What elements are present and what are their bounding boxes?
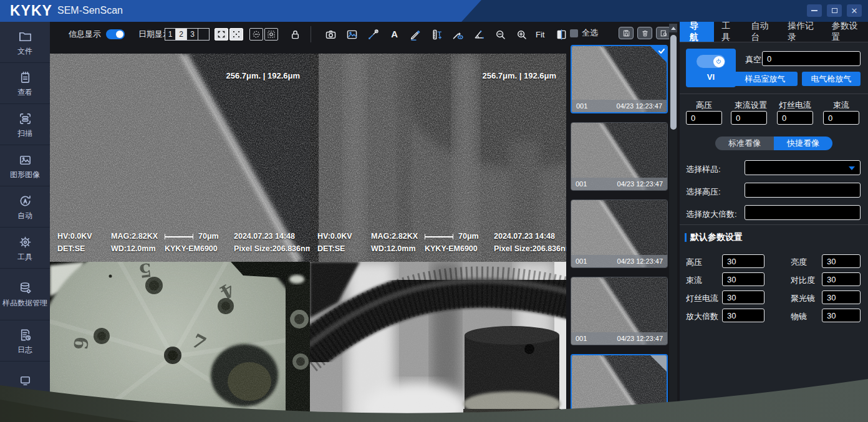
param-mag-input[interactable] bbox=[722, 309, 764, 322]
tab-auto-stage[interactable]: 自动台 bbox=[743, 22, 780, 42]
selection-circle-button[interactable] bbox=[249, 28, 263, 41]
vent-chamber-button[interactable]: 样品室放气 bbox=[733, 72, 798, 86]
sidebar-item-more[interactable] bbox=[0, 362, 50, 399]
save-images-button[interactable] bbox=[619, 27, 634, 39]
vi-vacuum-card[interactable]: VI bbox=[686, 49, 736, 87]
scale-bar bbox=[165, 234, 193, 239]
control-panel: 导航 工具 自动台 操作记录 参数设置 VI 真空度 样品室放气 电气枪放气 高… bbox=[680, 22, 868, 422]
select-sample-dropdown[interactable] bbox=[745, 160, 861, 175]
vent-gun-button[interactable]: 电气枪放气 bbox=[802, 72, 861, 86]
beam-input[interactable] bbox=[823, 111, 859, 125]
thumbnail-item-4[interactable]: 001 04/23 12:23:47 bbox=[571, 277, 668, 345]
param-objective-label: 物镜 bbox=[791, 311, 807, 322]
mag-readout: MAG:2.82KX bbox=[111, 232, 158, 241]
text-annotation-button[interactable]: A bbox=[386, 27, 402, 42]
section-accent-bar bbox=[685, 233, 687, 242]
fit-button[interactable]: Fit bbox=[536, 30, 544, 39]
app-title: SEM-SenScan bbox=[57, 5, 123, 16]
delete-images-button[interactable] bbox=[637, 27, 652, 39]
standard-imaging-button[interactable]: 标准看像 bbox=[715, 137, 774, 150]
selected-corner bbox=[650, 355, 667, 372]
selection-rect-button[interactable] bbox=[264, 28, 278, 41]
pen-annotation-button[interactable] bbox=[407, 27, 423, 42]
ruler-annotation-button[interactable] bbox=[428, 27, 445, 42]
thumbnail-timestamp: 04/23 12:23:47 bbox=[617, 335, 663, 342]
param-beam-input[interactable] bbox=[722, 272, 764, 286]
zoom-in-button[interactable] bbox=[513, 27, 529, 42]
device-readout: KYKY-EM6900 bbox=[165, 244, 218, 253]
thumbnail-item-2[interactable]: 001 04/23 12:23:47 bbox=[571, 122, 668, 191]
pixel-size-readout: Pixel Size:206.836nm bbox=[234, 244, 310, 253]
measure-visibility-button[interactable] bbox=[450, 27, 466, 42]
thumbnail-item-3[interactable]: 001 04/23 12:23:47 bbox=[571, 199, 668, 268]
filament-input[interactable] bbox=[777, 111, 813, 125]
sidebar-item-files[interactable]: 文件 bbox=[0, 22, 50, 63]
scroll-up-button[interactable] bbox=[669, 24, 677, 32]
tab-navigation[interactable]: 导航 bbox=[680, 22, 714, 42]
hv-readout: HV:0.0KV bbox=[57, 232, 92, 241]
tab-operation-log[interactable]: 操作记录 bbox=[780, 22, 824, 42]
stage-camera-viewport[interactable] bbox=[310, 262, 566, 422]
param-contrast-label: 对比度 bbox=[791, 275, 815, 286]
scan-icon bbox=[18, 112, 32, 126]
hv-input[interactable] bbox=[686, 111, 722, 125]
sidebar-item-view[interactable]: 查看 bbox=[0, 63, 50, 104]
param-brightness-input[interactable] bbox=[822, 254, 861, 268]
chamber-camera-viewport[interactable]: 5 4 6 7 bbox=[50, 262, 310, 422]
sidebar-item-auto[interactable]: 自动 bbox=[0, 186, 50, 228]
sidebar-item-scan[interactable]: 扫描 bbox=[0, 104, 50, 145]
param-condenser-input[interactable] bbox=[822, 290, 861, 304]
scale-bar bbox=[425, 234, 453, 239]
quadrant-button-1[interactable]: 1 bbox=[165, 28, 176, 41]
divider bbox=[680, 94, 868, 94]
database-icon bbox=[18, 281, 32, 295]
quadrant-button-4[interactable] bbox=[198, 28, 210, 41]
zoom-out-button[interactable] bbox=[492, 27, 508, 42]
maximize-button[interactable] bbox=[827, 4, 842, 17]
param-mag-label: 放大倍数 bbox=[686, 311, 718, 322]
minimize-button[interactable] bbox=[807, 4, 822, 17]
expand-view-button[interactable] bbox=[215, 28, 228, 41]
sidebar-item-log[interactable]: 日志 bbox=[0, 320, 50, 362]
quick-imaging-button[interactable]: 快捷看像 bbox=[774, 137, 832, 150]
param-objective-input[interactable] bbox=[822, 309, 861, 322]
sem-viewport-1[interactable]: 256.7μm. | 192.6μm HV:0.0KV MAG:2.82KX 7… bbox=[50, 54, 310, 262]
hv-readout: HV:0.0KV bbox=[317, 232, 352, 241]
info-display-toggle[interactable] bbox=[106, 29, 125, 39]
beam-set-input[interactable] bbox=[731, 111, 767, 125]
scrollbar-thumb[interactable] bbox=[670, 35, 677, 130]
pattern-icon bbox=[231, 29, 241, 39]
mag-readout: MAG:2.82KX bbox=[371, 232, 418, 241]
close-button[interactable]: ✕ bbox=[847, 4, 862, 17]
camera-icon bbox=[324, 28, 337, 41]
titlebar: KYKY SEM-SenScan ✕ bbox=[0, 0, 868, 22]
image-tools-button[interactable] bbox=[365, 27, 381, 42]
sidebar-item-tools[interactable]: 工具 bbox=[0, 228, 50, 269]
vacuum-input[interactable] bbox=[762, 51, 861, 66]
preview-icon bbox=[660, 29, 668, 37]
sidebar-item-sample-data[interactable]: 样品数据管理 bbox=[0, 269, 50, 320]
save-icon bbox=[622, 29, 630, 37]
angle-measure-button[interactable] bbox=[471, 27, 487, 42]
capture-button[interactable] bbox=[322, 27, 339, 42]
param-hv-input[interactable] bbox=[722, 254, 764, 268]
hv-label: 高压 bbox=[686, 100, 722, 111]
param-contrast-input[interactable] bbox=[822, 272, 861, 286]
vi-toggle[interactable] bbox=[697, 55, 725, 68]
select-all-checkbox[interactable] bbox=[570, 29, 578, 37]
snapshot-button[interactable] bbox=[344, 27, 360, 42]
select-hv-field[interactable] bbox=[745, 183, 861, 198]
lock-button[interactable] bbox=[287, 27, 303, 42]
param-filament-input[interactable] bbox=[722, 290, 764, 304]
pattern-view-button[interactable] bbox=[229, 28, 243, 41]
select-mag-field[interactable] bbox=[745, 205, 861, 220]
quadrant-button-3[interactable]: 3 bbox=[187, 28, 198, 41]
pixel-size-readout: Pixel Size:206.836nm bbox=[494, 244, 566, 253]
quadrant-button-2[interactable]: 2 bbox=[176, 28, 187, 41]
sidebar-item-graphics[interactable]: 图形图像 bbox=[0, 145, 50, 186]
thumbnail-item-1[interactable]: 001 04/23 12:23:47 bbox=[571, 45, 668, 113]
tab-tools[interactable]: 工具 bbox=[714, 22, 743, 42]
tab-parameter-settings[interactable]: 参数设置 bbox=[824, 22, 868, 42]
thumbnail-item-5[interactable]: 001 04/23 12:23:47 bbox=[571, 354, 668, 422]
sem-viewport-2[interactable]: 256.7μm. | 192.6μm HV:0.0KV MAG:2.82KX 7… bbox=[310, 54, 566, 262]
